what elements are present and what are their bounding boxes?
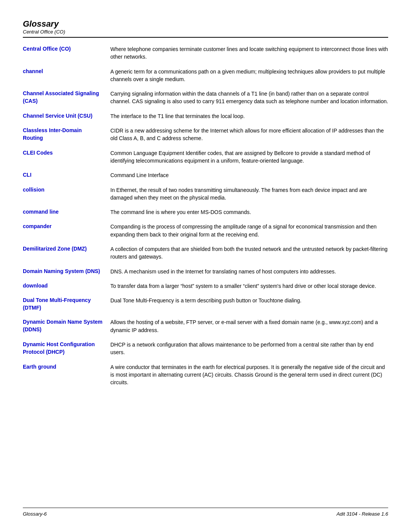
glossary-definition: Companding is the process of compressing… (110, 223, 388, 238)
glossary-row: Domain Naming System (DNS)DNS. A mechani… (23, 268, 388, 275)
glossary-row: Channel Service Unit (CSU)The interface … (23, 112, 388, 120)
glossary-definition: A collection of computers that are shiel… (110, 245, 388, 261)
glossary-row: Central Office (CO)Where telephone compa… (23, 45, 388, 61)
footer-left: Glossary-6 (23, 511, 47, 517)
glossary-term: Dynamic Domain Name System (DDNS) (23, 318, 110, 333)
glossary-term: channel (23, 68, 110, 75)
glossary-row: Dynamic Domain Name System (DDNS)Allows … (23, 318, 388, 334)
glossary-row: downloadTo transfer data from a larger “… (23, 282, 388, 290)
glossary-row: CLICommand Line Interface (23, 171, 388, 179)
glossary-term: Central Office (CO) (23, 45, 110, 53)
glossary-row: command lineThe command line is where yo… (23, 208, 388, 216)
glossary-definition: Carrying signaling information within th… (110, 90, 388, 105)
page-title: Glossary (23, 19, 388, 29)
glossary-term: Earth ground (23, 363, 110, 371)
page-header: Glossary Central Office (CO) (23, 19, 388, 38)
glossary-definition: Dual Tone Multi-Frequency is a term desc… (110, 297, 388, 304)
glossary-term: Channel Associated Signaling (CAS) (23, 90, 110, 105)
glossary-term: Channel Service Unit (CSU) (23, 112, 110, 120)
glossary-row: Dynamic Host Configuration Protocol (DHC… (23, 341, 388, 356)
glossary-row: Classless Inter-Domain RoutingCIDR is a … (23, 127, 388, 142)
glossary-term: Dual Tone Multi-Frequency (DTMF) (23, 297, 110, 312)
glossary-definition: DHCP is a network configuration that all… (110, 341, 388, 356)
glossary-term: CLEI Codes (23, 149, 110, 157)
glossary-row: Demilitarized Zone (DMZ)A collection of … (23, 245, 388, 261)
page-subtitle: Central Office (CO) (23, 29, 388, 35)
glossary-term: Classless Inter-Domain Routing (23, 127, 110, 142)
glossary-row: companderCompanding is the process of co… (23, 223, 388, 238)
glossary-definition: In Ethernet, the result of two nodes tra… (110, 186, 388, 202)
glossary-definition: To transfer data from a larger “host” sy… (110, 282, 388, 290)
glossary-row: Channel Associated Signaling (CAS)Carryi… (23, 90, 388, 105)
glossary-definition: A generic term for a communications path… (110, 68, 388, 83)
glossary-row: CLEI CodesCommon Language Equipment Iden… (23, 149, 388, 165)
glossary-term: command line (23, 208, 110, 216)
glossary-row: collisionIn Ethernet, the result of two … (23, 186, 388, 202)
footer-right: Adit 3104 - Release 1.6 (336, 511, 388, 517)
glossary-row: Dual Tone Multi-Frequency (DTMF)Dual Ton… (23, 297, 388, 312)
page-footer: Glossary-6 Adit 3104 - Release 1.6 (23, 508, 388, 517)
page: Glossary Central Office (CO) Central Off… (0, 0, 411, 532)
glossary-term: collision (23, 186, 110, 194)
header-divider (23, 37, 388, 38)
glossary-definition: Common Language Equipment Identifier cod… (110, 149, 388, 165)
glossary-content: Central Office (CO)Where telephone compa… (23, 45, 388, 387)
glossary-term: CLI (23, 171, 110, 179)
glossary-definition: Command Line Interface (110, 171, 388, 179)
glossary-definition: A wire conductor that terminates in the … (110, 363, 388, 387)
glossary-term: compander (23, 223, 110, 230)
glossary-term: Dynamic Host Configuration Protocol (DHC… (23, 341, 110, 356)
glossary-row: channelA generic term for a communicatio… (23, 68, 388, 83)
glossary-term: download (23, 282, 110, 290)
glossary-term: Demilitarized Zone (DMZ) (23, 245, 110, 253)
glossary-definition: The command line is where you enter MS-D… (110, 208, 388, 216)
glossary-definition: The interface to the T1 line that termin… (110, 112, 388, 120)
glossary-definition: CIDR is a new addressing scheme for the … (110, 127, 388, 142)
glossary-definition: DNS. A mechanism used in the Internet fo… (110, 268, 388, 275)
glossary-term: Domain Naming System (DNS) (23, 268, 110, 275)
glossary-row: Earth groundA wire conductor that termin… (23, 363, 388, 387)
glossary-definition: Allows the hosting of a website, FTP ser… (110, 318, 388, 334)
glossary-definition: Where telephone companies terminate cust… (110, 45, 388, 61)
